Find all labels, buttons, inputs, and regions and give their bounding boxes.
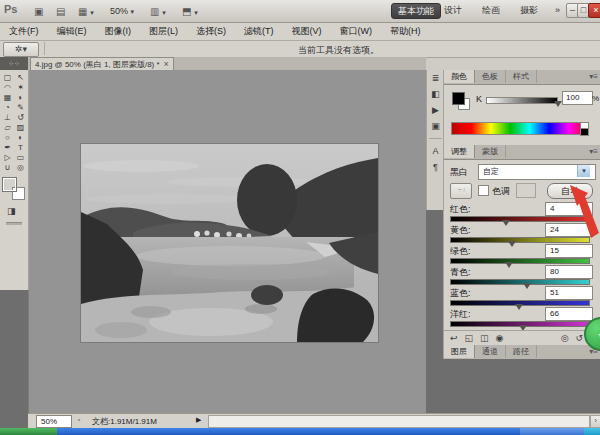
tool-blur[interactable]: ○ [1,133,14,143]
slider-track[interactable] [450,279,590,285]
slider-value-input[interactable]: 15 [545,244,593,258]
tool-eraser[interactable]: ▱ [1,123,14,133]
clip-to-layer-icon[interactable]: ◫ [480,333,489,343]
slider-value-input[interactable]: 51 [545,286,593,300]
tool-eyedropper[interactable]: ◗ [14,93,27,103]
menu-view[interactable]: 视图(V) [283,25,331,38]
tool-pen[interactable]: ✒ [1,143,14,153]
workspace-design-button[interactable]: 设计 [438,3,468,17]
tool-type[interactable]: T [14,143,27,153]
tab-paths[interactable]: 路径 [506,345,537,358]
tool-gradient[interactable]: ▨ [14,123,27,133]
horizontal-scrollbar[interactable] [208,415,590,428]
tool-path-selection[interactable]: ▷ [1,153,14,163]
zoom-percent-input[interactable]: 50% [36,415,72,428]
menu-window[interactable]: 窗口(W) [331,25,382,38]
k-slider-thumb[interactable] [554,101,562,107]
slider-value-input[interactable]: 80 [545,265,593,279]
tab-color[interactable]: 颜色 [444,70,475,83]
close-tab-icon[interactable]: × [164,59,169,69]
visibility-eye-icon[interactable]: ◉ [496,333,504,343]
quick-mask-icon[interactable]: ◨ [7,206,16,216]
tool-presets-panel-icon[interactable]: ▣ [427,118,444,134]
slider-value-input[interactable]: 66 [545,307,593,321]
menu-select[interactable]: 选择(S) [187,25,235,38]
view-extras-icon[interactable]: ▦ ▾ [74,3,98,20]
tint-color-swatch[interactable] [516,183,536,198]
tool-lasso[interactable]: ◠ [1,83,14,93]
tab-masks[interactable]: 蒙版 [475,145,506,158]
menu-file[interactable]: 文件(F) [0,25,48,38]
tool-dodge[interactable]: ◐ [14,133,27,143]
tool-zoom[interactable]: ◎ [14,163,27,173]
workspace-basic-button[interactable]: 基本功能 [391,3,441,19]
panel-menu-icon[interactable]: ▾≡ [589,147,598,156]
tool-preset-picker[interactable]: ✲▾ [3,42,39,57]
tool-brush[interactable]: ✎ [14,103,27,113]
previous-state-icon[interactable]: ◎ [561,333,569,343]
tool-rectangular-marquee[interactable]: ▢ [1,73,14,83]
reset-icon[interactable]: ↺ [576,333,584,343]
panel-menu-icon[interactable]: ▾≡ [589,72,598,81]
mini-bridge-icon[interactable]: ▤ [52,3,69,20]
menu-image[interactable]: 图像(I) [96,25,141,38]
screen-mode-icon[interactable]: ⬒ ▾ [178,3,202,20]
menu-bar: 文件(F) 编辑(E) 图像(I) 图层(L) 选择(S) 滤镜(T) 视图(V… [0,23,600,41]
tool-shape[interactable]: ▭ [14,153,27,163]
workspace-paint-button[interactable]: 绘画 [476,3,506,17]
tool-magic-wand[interactable]: ✶ [14,83,27,93]
zoom-level-dropdown[interactable]: 50% ▾ [106,3,138,20]
history-panel-icon[interactable]: ≣ [427,70,444,86]
taskbar-tray[interactable] [584,428,600,435]
tab-layers[interactable]: 图层 [444,345,475,358]
taskbar-start-button[interactable] [0,428,57,435]
paragraph-panel-icon[interactable]: ¶ [427,159,444,175]
tab-styles[interactable]: 样式 [506,70,537,83]
tool-clone-stamp[interactable]: ⊥ [1,113,14,123]
k-value-input[interactable]: 100 [562,91,593,105]
expanded-view-icon[interactable]: ◱ [465,333,474,343]
workspace-photo-button[interactable]: 摄影 [514,3,544,17]
arrange-documents-icon[interactable]: ▥ ▾ [146,3,170,20]
foreground-color-swatch[interactable] [452,92,465,105]
color-spectrum-ramp[interactable] [451,122,589,135]
k-slider-track[interactable] [486,97,558,104]
menu-help[interactable]: 帮助(H) [381,25,430,38]
document-tab[interactable]: 4.jpg @ 50% (黑白 1, 图层蒙版/8) *× [30,57,174,70]
menu-filter[interactable]: 滤镜(T) [235,25,283,38]
tool-healing-brush[interactable]: ◔ [1,103,14,113]
document-size-info: 文档:1.91M/1.91M [92,416,157,427]
tint-checkbox[interactable] [478,185,489,196]
photoshop-logo: Ps [4,3,24,18]
scrollbar-arrow-icon[interactable]: › [590,415,600,428]
taskbar-item[interactable] [520,428,584,435]
tool-hand[interactable]: ∪ [1,163,14,173]
tab-adjustments[interactable]: 调整 [444,145,475,158]
tab-channels[interactable]: 通道 [475,345,506,358]
info-panel-icon[interactable]: ◧ [427,86,444,102]
tab-swatches[interactable]: 色板 [475,70,506,83]
slider-track[interactable] [450,258,590,264]
options-message: 当前工具没有选项。 [298,44,379,57]
workspace-more-chevron[interactable]: » [549,3,566,17]
slider-label: 洋红: [450,308,471,321]
close-button[interactable]: × [588,3,600,18]
adjustments-footer-bar: ↩ ◱ ◫ ◉ ◎ ↺ ▯ [444,330,600,345]
tool-move[interactable]: ↖ [14,73,27,83]
black-swatch[interactable] [580,128,589,136]
tool-crop[interactable]: ▦ [1,93,14,103]
status-expand-icon[interactable]: ▶ [196,416,201,424]
menu-layer[interactable]: 图层(L) [140,25,187,38]
tools-panel-grip[interactable]: ⁘⁘ [0,57,28,70]
launch-bridge-icon[interactable]: ▣ [30,3,47,20]
tools-panel: ▢ ↖ ◠ ✶ ▦ ◗ ◔ ✎ ⊥ ↺ ▱ ▨ ○ ◐ ✒ T ▷ ▭ ∪ ◎ … [0,70,29,290]
foreground-color-swatch[interactable] [3,178,16,191]
return-arrow-icon[interactable]: ↩ [450,333,458,343]
black-white-label: 黑白 [450,166,468,179]
menu-edit[interactable]: 编辑(E) [48,25,96,38]
targeted-adjustment-hand-icon[interactable]: ☜ [450,183,472,199]
tool-history-brush[interactable]: ↺ [14,113,27,123]
chevron-down-icon[interactable]: ▾ [577,165,590,177]
character-panel-icon[interactable]: A [427,143,444,159]
actions-panel-icon[interactable]: ▶ [427,102,444,118]
